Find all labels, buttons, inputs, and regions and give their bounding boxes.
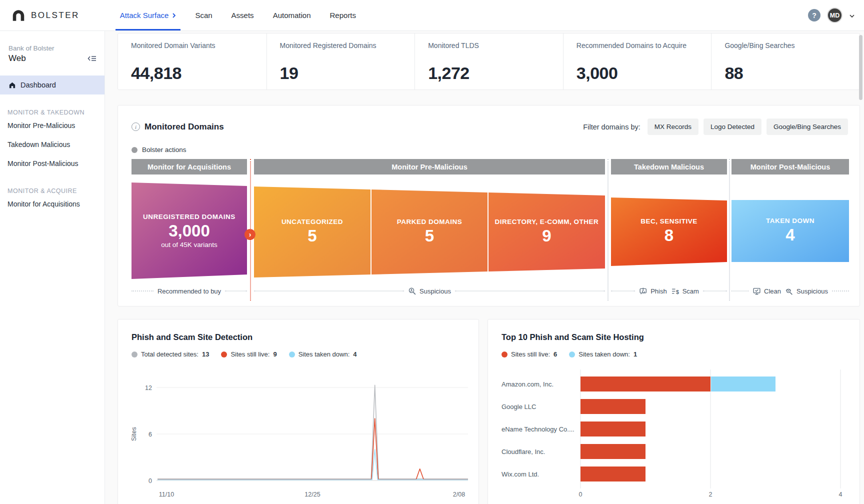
footer-legend-label: Recommended to buy (158, 288, 221, 295)
footer-legend-suspicious: Suspicious (785, 287, 828, 296)
stage-header-3: Takedown Malicious (611, 159, 727, 174)
chevron-down-icon[interactable] (849, 11, 855, 20)
filter-google-bing-searches-button[interactable]: Google/Bing Searches (766, 118, 848, 135)
phish-icon (639, 287, 648, 296)
bar-sites-taken-down (711, 376, 776, 392)
scam-icon: $ (671, 287, 680, 296)
bar-category-label: Google LLC (502, 403, 536, 410)
nav-assets[interactable]: Assets (222, 0, 264, 30)
svg-text:11/10: 11/10 (159, 491, 174, 498)
sidebar-item-monitor-post-malicious[interactable]: Monitor Post-Malicious (0, 154, 104, 173)
dotted-leader (455, 290, 605, 292)
nav-automation[interactable]: Automation (264, 0, 320, 30)
flow-arrow-button[interactable]: › (244, 229, 256, 240)
bolster-logo[interactable]: BOLSTER (11, 8, 80, 22)
sidebar-item-dashboard[interactable]: Dashboard (0, 76, 104, 94)
stat-label: Monitored Registered Domains (280, 42, 415, 50)
footer-legend-label: Scam (682, 288, 699, 295)
sidebar-section-monitor-acquire: MONITOR & ACQUIRE (8, 188, 104, 194)
dotted-leader (254, 290, 404, 292)
monitored-domains-panel: i Monitored Domains Filter domains by: M… (118, 105, 860, 306)
funnel-segment-parked-domains[interactable]: PARKED DOMAINS5 (372, 190, 488, 274)
filter-label: Filter domains by: (583, 123, 640, 131)
filter-logo-detected-button[interactable]: Logo Detected (704, 118, 762, 135)
clean-icon (752, 287, 761, 296)
top-nav: BOLSTER Attack Surface Scan Assets Autom… (0, 0, 864, 31)
svg-text:6: 6 (148, 431, 152, 438)
bar-sites-still-live (580, 466, 646, 482)
stage-footer-2: Suspicious (254, 284, 605, 298)
stat-monitored-tlds: Monitored TLDS 1,272 (414, 34, 563, 90)
nav-reports[interactable]: Reports (320, 0, 366, 30)
chevron-right-icon (172, 12, 176, 18)
funnel-segment-directory-e-comm-other[interactable]: DIRECTORY, E-COMM, OTHER9 (488, 192, 605, 272)
funnel-segment-bec-sensitive[interactable]: BEC, SENSITIVE8 (611, 198, 727, 266)
svg-text:12: 12 (145, 384, 152, 392)
nav-attack-surface[interactable]: Attack Surface (110, 0, 186, 30)
dotted-leader (132, 290, 154, 292)
workspace-name[interactable]: Web (8, 54, 26, 64)
sidebar-item-takedown-malicious[interactable]: Takedown Malicious (0, 135, 104, 154)
dotted-leader (732, 290, 748, 292)
footer-legend-label: Phish (650, 288, 667, 295)
bar-sites-still-live (580, 376, 710, 392)
footer-legend-label: Clean (764, 288, 781, 295)
footer-legend-label: Suspicious (420, 288, 451, 295)
phish-scam-detection-panel: Phish and Scam Site Detection Total dete… (118, 319, 479, 504)
bar-chart: 024Amazon.com, Inc.Google LLCeName Techn… (488, 320, 860, 504)
segment-label: TAKEN DOWN (766, 217, 814, 224)
svg-text:Sites: Sites (130, 427, 138, 441)
segment-subtext: out of 45K variants (161, 241, 218, 248)
dotted-leader (611, 290, 635, 292)
bar-category-label: Cloudflare, Inc. (502, 448, 545, 456)
segment-label: DIRECTORY, E-COMM, OTHER (495, 218, 599, 226)
segment-label: UNCATEGORIZED (282, 218, 343, 226)
footer-legend-recommended-to-buy: Recommended to buy (158, 288, 221, 295)
footer-legend-scam: $Scam (671, 287, 699, 296)
svg-text:4: 4 (839, 491, 842, 498)
filter-mx-records-button[interactable]: MX Records (648, 118, 698, 135)
top-hosting-panel: Top 10 Phish and Scam Site Hosting Sites… (488, 319, 860, 504)
sidebar-section-monitor-takedown: MONITOR & TAKEDOWN (8, 109, 104, 116)
nav-scan[interactable]: Scan (186, 0, 222, 30)
stat-label: Monitored TLDS (428, 42, 563, 50)
funnel-segment-unregistered-domains[interactable]: UNREGISTERED DOMAINS3,000out of 45K vari… (132, 182, 247, 279)
bar-sites-still-live (580, 444, 646, 459)
stat-recommended-domains-to-acquire: Recommended Domains to Acquire 3,000 (563, 34, 712, 90)
stage-footer-1: Recommended to buy (132, 284, 247, 298)
sidebar-collapse-icon[interactable] (88, 55, 96, 62)
avatar[interactable]: MD (827, 8, 842, 23)
stat-monitored-registered-domains: Monitored Registered Domains 19 (266, 34, 415, 90)
bar-category-label: Wix.com Ltd. (502, 470, 539, 478)
stat-label: Recommended Domains to Acquire (576, 42, 712, 50)
stat-value: 1,272 (428, 64, 470, 83)
bolster-dashboard: BOLSTER Attack Surface Scan Assets Autom… (0, 0, 864, 504)
funnel-segment-uncategorized[interactable]: UNCATEGORIZED5 (254, 186, 370, 278)
footer-legend-label: Suspicious (796, 288, 828, 295)
sidebar-item-monitor-for-acquisitions[interactable]: Monitor for Acquisitions (0, 194, 104, 214)
footer-legend-clean: Clean (752, 287, 781, 296)
filter-row: Filter domains by: MX Records Logo Detec… (583, 118, 848, 135)
dotted-leader (832, 290, 849, 292)
svg-text:2: 2 (709, 491, 712, 498)
legend-dot (132, 147, 138, 153)
funnel-segment-taken-down[interactable]: TAKEN DOWN4 (732, 200, 849, 262)
panel-title: Monitored Domains (144, 122, 224, 132)
help-button[interactable]: ? (808, 9, 820, 22)
info-icon[interactable]: i (132, 122, 140, 131)
suspicious-eye-icon (785, 287, 794, 296)
nav-right: ? MD (808, 8, 864, 23)
segment-value: 4 (786, 224, 794, 245)
segment-value: 8 (664, 225, 674, 246)
svg-text:0: 0 (579, 491, 582, 498)
stat-value: 19 (280, 64, 298, 83)
scrollbar-thumb[interactable] (859, 35, 862, 100)
sidebar-item-monitor-pre-malicious[interactable]: Monitor Pre-Malicious (0, 116, 104, 135)
suspicious-search-icon (408, 287, 416, 296)
stage-header-2: Monitor Pre-Malicious (254, 159, 605, 174)
stage-header-1: Monitor for Acquisitions (132, 159, 247, 174)
svg-text:12/25: 12/25 (304, 491, 320, 498)
primary-nav: Attack Surface Scan Assets Automation Re… (110, 0, 366, 30)
svg-text:$: $ (676, 288, 679, 294)
funnel-divider (608, 159, 608, 300)
